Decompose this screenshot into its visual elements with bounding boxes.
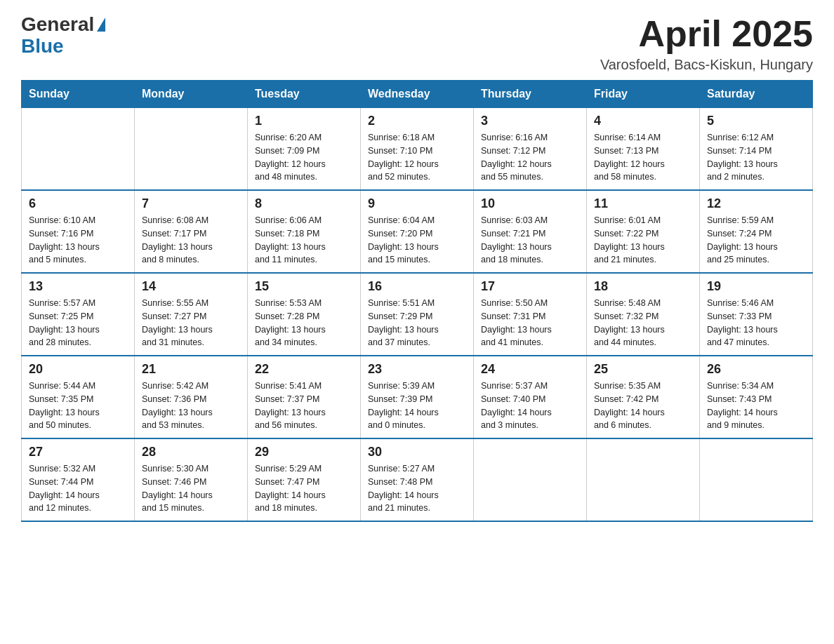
day-info: Sunrise: 5:51 AM Sunset: 7:29 PM Dayligh… [368,297,466,349]
calendar-cell: 27Sunrise: 5:32 AM Sunset: 7:44 PM Dayli… [22,438,135,521]
day-number: 19 [707,279,805,294]
day-number: 23 [368,362,466,377]
day-info: Sunrise: 5:57 AM Sunset: 7:25 PM Dayligh… [29,297,127,349]
day-info: Sunrise: 6:01 AM Sunset: 7:22 PM Dayligh… [594,214,692,267]
day-number: 7 [142,196,240,211]
weekday-header-saturday: Saturday [700,81,813,108]
day-number: 28 [142,445,240,459]
calendar-week-4: 20Sunrise: 5:44 AM Sunset: 7:35 PM Dayli… [22,356,813,438]
calendar-cell [22,108,135,191]
day-number: 11 [594,196,692,211]
calendar-cell: 17Sunrise: 5:50 AM Sunset: 7:31 PM Dayli… [474,273,587,356]
day-number: 10 [481,196,579,211]
day-number: 20 [29,362,127,377]
day-number: 18 [594,279,692,294]
title-block: April 2025 Varosfoeld, Bacs-Kiskun, Hung… [600,14,813,73]
day-number: 24 [481,362,579,377]
day-number: 30 [368,445,466,459]
day-info: Sunrise: 5:30 AM Sunset: 7:46 PM Dayligh… [142,462,240,515]
day-number: 4 [594,114,692,128]
calendar-cell: 19Sunrise: 5:46 AM Sunset: 7:33 PM Dayli… [700,273,813,356]
day-info: Sunrise: 6:03 AM Sunset: 7:21 PM Dayligh… [481,214,579,267]
weekday-header-wednesday: Wednesday [361,81,474,108]
calendar-body: 1Sunrise: 6:20 AM Sunset: 7:09 PM Daylig… [22,108,813,522]
calendar-cell: 2Sunrise: 6:18 AM Sunset: 7:10 PM Daylig… [361,108,474,191]
calendar-cell [700,438,813,521]
day-number: 13 [29,279,127,294]
day-number: 26 [707,362,805,377]
day-info: Sunrise: 6:04 AM Sunset: 7:20 PM Dayligh… [368,214,466,267]
calendar-week-5: 27Sunrise: 5:32 AM Sunset: 7:44 PM Dayli… [22,438,813,521]
logo-blue-text: Blue [21,36,64,58]
calendar-cell: 30Sunrise: 5:27 AM Sunset: 7:48 PM Dayli… [361,438,474,521]
day-info: Sunrise: 5:37 AM Sunset: 7:40 PM Dayligh… [481,380,579,432]
day-info: Sunrise: 6:14 AM Sunset: 7:13 PM Dayligh… [594,131,692,184]
day-info: Sunrise: 5:46 AM Sunset: 7:33 PM Dayligh… [707,297,805,349]
calendar-cell: 21Sunrise: 5:42 AM Sunset: 7:36 PM Dayli… [135,356,248,438]
logo: General Blue [21,14,105,58]
calendar-cell: 14Sunrise: 5:55 AM Sunset: 7:27 PM Dayli… [135,273,248,356]
calendar-cell: 7Sunrise: 6:08 AM Sunset: 7:17 PM Daylig… [135,190,248,273]
day-info: Sunrise: 6:20 AM Sunset: 7:09 PM Dayligh… [255,131,353,184]
calendar-table: SundayMondayTuesdayWednesdayThursdayFrid… [21,80,813,522]
calendar-cell: 10Sunrise: 6:03 AM Sunset: 7:21 PM Dayli… [474,190,587,273]
day-number: 25 [594,362,692,377]
page-header: General Blue April 2025 Varosfoeld, Bacs… [21,14,813,73]
day-info: Sunrise: 6:08 AM Sunset: 7:17 PM Dayligh… [142,214,240,267]
day-info: Sunrise: 6:12 AM Sunset: 7:14 PM Dayligh… [707,131,805,184]
day-number: 6 [29,196,127,211]
calendar-header: SundayMondayTuesdayWednesdayThursdayFrid… [22,81,813,108]
day-info: Sunrise: 5:27 AM Sunset: 7:48 PM Dayligh… [368,462,466,515]
logo-general-text: General [21,14,94,36]
calendar-cell [587,438,700,521]
day-info: Sunrise: 6:16 AM Sunset: 7:12 PM Dayligh… [481,131,579,184]
calendar-cell: 20Sunrise: 5:44 AM Sunset: 7:35 PM Dayli… [22,356,135,438]
day-info: Sunrise: 5:39 AM Sunset: 7:39 PM Dayligh… [368,380,466,432]
day-number: 27 [29,445,127,459]
calendar-week-3: 13Sunrise: 5:57 AM Sunset: 7:25 PM Dayli… [22,273,813,356]
day-info: Sunrise: 6:18 AM Sunset: 7:10 PM Dayligh… [368,131,466,184]
day-info: Sunrise: 5:29 AM Sunset: 7:47 PM Dayligh… [255,462,353,515]
day-number: 22 [255,362,353,377]
day-info: Sunrise: 5:35 AM Sunset: 7:42 PM Dayligh… [594,380,692,432]
calendar-cell: 3Sunrise: 6:16 AM Sunset: 7:12 PM Daylig… [474,108,587,191]
weekday-header-monday: Monday [135,81,248,108]
day-number: 1 [255,114,353,128]
calendar-cell: 15Sunrise: 5:53 AM Sunset: 7:28 PM Dayli… [248,273,361,356]
day-number: 16 [368,279,466,294]
weekday-header-thursday: Thursday [474,81,587,108]
day-info: Sunrise: 5:41 AM Sunset: 7:37 PM Dayligh… [255,380,353,432]
calendar-cell: 24Sunrise: 5:37 AM Sunset: 7:40 PM Dayli… [474,356,587,438]
day-info: Sunrise: 5:55 AM Sunset: 7:27 PM Dayligh… [142,297,240,349]
weekday-header-tuesday: Tuesday [248,81,361,108]
day-number: 9 [368,196,466,211]
calendar-cell: 1Sunrise: 6:20 AM Sunset: 7:09 PM Daylig… [248,108,361,191]
day-number: 21 [142,362,240,377]
day-number: 8 [255,196,353,211]
day-number: 2 [368,114,466,128]
calendar-cell [135,108,248,191]
day-info: Sunrise: 5:53 AM Sunset: 7:28 PM Dayligh… [255,297,353,349]
calendar-cell: 8Sunrise: 6:06 AM Sunset: 7:18 PM Daylig… [248,190,361,273]
day-info: Sunrise: 5:50 AM Sunset: 7:31 PM Dayligh… [481,297,579,349]
weekday-header-friday: Friday [587,81,700,108]
day-info: Sunrise: 5:42 AM Sunset: 7:36 PM Dayligh… [142,380,240,432]
page-title: April 2025 [600,14,813,54]
calendar-cell: 9Sunrise: 6:04 AM Sunset: 7:20 PM Daylig… [361,190,474,273]
day-info: Sunrise: 6:06 AM Sunset: 7:18 PM Dayligh… [255,214,353,267]
calendar-cell: 18Sunrise: 5:48 AM Sunset: 7:32 PM Dayli… [587,273,700,356]
calendar-cell: 11Sunrise: 6:01 AM Sunset: 7:22 PM Dayli… [587,190,700,273]
weekday-header-row: SundayMondayTuesdayWednesdayThursdayFrid… [22,81,813,108]
calendar-cell: 23Sunrise: 5:39 AM Sunset: 7:39 PM Dayli… [361,356,474,438]
day-number: 14 [142,279,240,294]
day-info: Sunrise: 5:44 AM Sunset: 7:35 PM Dayligh… [29,380,127,432]
day-info: Sunrise: 5:48 AM Sunset: 7:32 PM Dayligh… [594,297,692,349]
day-info: Sunrise: 5:59 AM Sunset: 7:24 PM Dayligh… [707,214,805,267]
logo-triangle-icon [97,18,105,32]
calendar-cell: 22Sunrise: 5:41 AM Sunset: 7:37 PM Dayli… [248,356,361,438]
day-info: Sunrise: 5:32 AM Sunset: 7:44 PM Dayligh… [29,462,127,515]
calendar-week-2: 6Sunrise: 6:10 AM Sunset: 7:16 PM Daylig… [22,190,813,273]
calendar-cell: 12Sunrise: 5:59 AM Sunset: 7:24 PM Dayli… [700,190,813,273]
calendar-cell: 26Sunrise: 5:34 AM Sunset: 7:43 PM Dayli… [700,356,813,438]
day-number: 5 [707,114,805,128]
